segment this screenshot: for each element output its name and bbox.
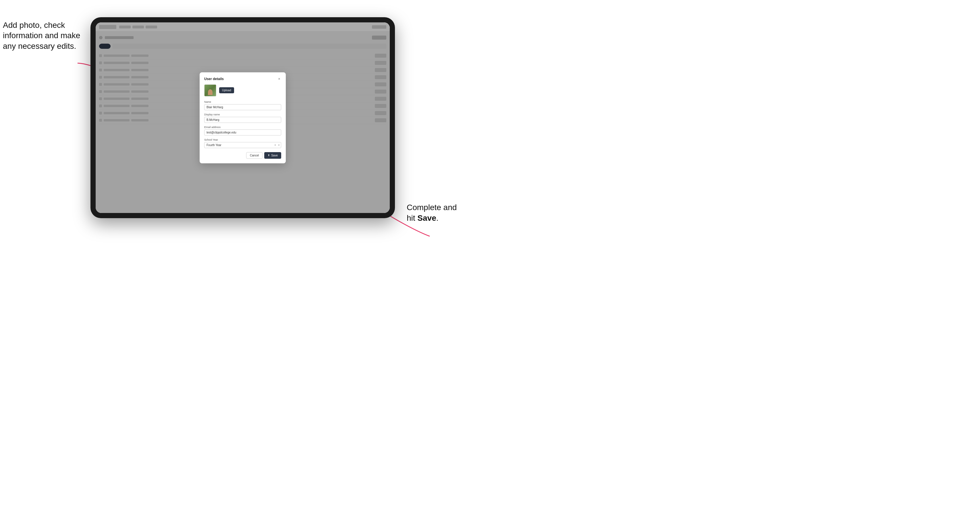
save-icon: ⬆	[268, 154, 270, 157]
name-input[interactable]	[204, 104, 281, 110]
email-field-group: Email address	[204, 126, 281, 135]
modal-footer: Cancel ⬆ Save	[204, 152, 281, 159]
photo-thumbnail	[204, 84, 216, 97]
clear-icon[interactable]: ×	[274, 143, 276, 147]
photo-area: Upload	[204, 84, 281, 97]
modal-title-bar: User details ×	[204, 77, 281, 81]
display-name-input[interactable]	[204, 117, 281, 123]
person-silhouette	[208, 89, 213, 95]
chevron-down-icon[interactable]: ▾	[278, 144, 280, 146]
school-year-field-group: School Year × ▾	[204, 138, 281, 148]
user-details-modal: User details × Upload Name	[200, 72, 286, 163]
school-year-wrapper: × ▾	[204, 142, 281, 148]
modal-overlay: User details × Upload Name	[95, 22, 390, 213]
school-year-input[interactable]	[204, 142, 281, 148]
name-field-group: Name	[204, 100, 281, 110]
email-label: Email address	[204, 126, 281, 129]
annotation-left: Add photo, check information and make an…	[3, 20, 86, 51]
display-name-label: Display name	[204, 113, 281, 116]
display-name-field-group: Display name	[204, 113, 281, 123]
school-year-label: School Year	[204, 138, 281, 141]
save-label: Save	[271, 154, 278, 157]
email-input[interactable]	[204, 129, 281, 135]
close-icon[interactable]: ×	[277, 77, 281, 81]
cancel-button[interactable]: Cancel	[246, 152, 262, 159]
tablet-screen: User details × Upload Name	[95, 22, 390, 213]
name-label: Name	[204, 100, 281, 103]
save-button[interactable]: ⬆ Save	[264, 152, 281, 159]
modal-title: User details	[204, 77, 224, 81]
tablet-device: User details × Upload Name	[91, 17, 395, 218]
photo-image	[205, 85, 216, 96]
upload-button[interactable]: Upload	[219, 87, 234, 93]
